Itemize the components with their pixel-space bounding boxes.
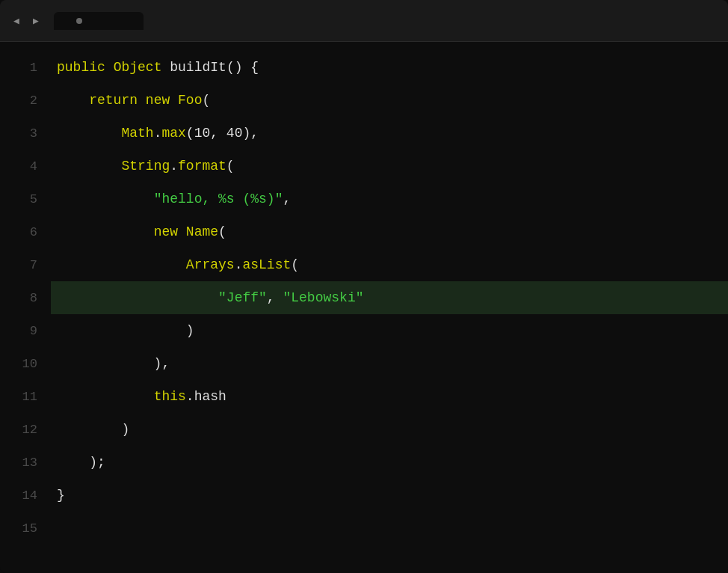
code-token: Math: [121, 126, 153, 141]
line-number: 10: [0, 347, 51, 380]
code-token: "Jeff": [218, 290, 267, 305]
code-token: (: [218, 224, 226, 239]
code-line: [51, 512, 728, 545]
code-token: .: [170, 159, 178, 174]
line-number: 7: [0, 248, 51, 281]
line-number: 13: [0, 446, 51, 479]
code-token: [57, 126, 121, 141]
code-line: Math.max(10, 40),: [51, 117, 728, 150]
code-line: public Object buildIt() {: [51, 51, 728, 84]
line-number: 9: [0, 314, 51, 347]
code-token: [57, 389, 154, 404]
code-line: this.hash: [51, 380, 728, 413]
code-token: ,: [267, 290, 283, 305]
code-token: .hash: [186, 389, 226, 404]
tab-modified-dot: [76, 18, 82, 24]
code-token: (: [291, 257, 299, 272]
line-number: 1: [0, 51, 51, 84]
code-token: ,: [283, 191, 291, 206]
code-token: asList: [242, 257, 291, 272]
code-token: Foo: [178, 93, 202, 108]
line-numbers-gutter: 123456789101112131415: [0, 42, 51, 573]
forward-arrow-button[interactable]: ▶: [28, 13, 43, 28]
code-token: .: [154, 126, 162, 141]
line-number: 11: [0, 380, 51, 413]
code-line: new Name(: [51, 215, 728, 248]
line-number: 6: [0, 215, 51, 248]
line-number: 5: [0, 183, 51, 215]
code-token: max: [161, 126, 185, 141]
title-bar: ◀ ▶: [0, 0, 728, 42]
line-number: 14: [0, 479, 51, 512]
line-number: 3: [0, 117, 51, 150]
code-line: ),: [51, 347, 728, 380]
code-area[interactable]: public Object buildIt() { return new Foo…: [51, 42, 728, 573]
code-line: ): [51, 314, 728, 347]
code-token: public: [57, 60, 114, 75]
line-number: 15: [0, 512, 51, 545]
code-token: (10, 40),: [186, 126, 259, 141]
code-token: () {: [226, 60, 259, 75]
code-token: String: [121, 159, 170, 174]
code-line: }: [51, 479, 728, 512]
code-token: [57, 224, 154, 239]
editor-body: 123456789101112131415 public Object buil…: [0, 42, 728, 573]
back-arrow-button[interactable]: ◀: [9, 13, 24, 28]
code-token: new: [146, 93, 178, 108]
code-token: ): [57, 422, 129, 437]
code-token: ): [57, 323, 194, 338]
code-token: Name: [186, 224, 218, 239]
nav-arrows: ◀ ▶: [9, 13, 43, 28]
code-line: "hello, %s (%s)",: [51, 183, 728, 215]
code-token: new: [154, 224, 186, 239]
code-line: ): [51, 413, 728, 446]
code-token: (: [202, 93, 210, 108]
code-token: [57, 257, 186, 272]
code-token: [57, 159, 121, 174]
code-token: return: [57, 93, 146, 108]
line-number: 2: [0, 84, 51, 117]
code-line: );: [51, 446, 728, 479]
code-line: return new Foo(: [51, 84, 728, 117]
code-token: [57, 191, 154, 206]
code-token: Object: [114, 60, 170, 75]
code-token: );: [57, 455, 105, 470]
code-token: "Lebowski": [283, 290, 363, 305]
code-token: [57, 290, 218, 305]
code-token: Arrays: [186, 257, 235, 272]
code-token: format: [178, 159, 226, 174]
code-line: Arrays.asList(: [51, 248, 728, 281]
code-token: }: [57, 488, 65, 503]
code-line: "Jeff", "Lebowski": [51, 281, 728, 314]
code-token: buildIt: [170, 60, 226, 75]
editor-tab[interactable]: [54, 12, 144, 30]
line-number: 4: [0, 150, 51, 183]
code-token: "hello, %s (%s)": [154, 191, 283, 206]
code-line: String.format(: [51, 150, 728, 183]
editor-window: ◀ ▶ 123456789101112131415 public Object …: [0, 0, 728, 573]
line-number: 8: [0, 281, 51, 314]
code-token: .: [235, 257, 243, 272]
code-token: this: [154, 389, 186, 404]
line-number: 12: [0, 413, 51, 446]
code-token: ),: [57, 356, 170, 371]
code-token: (: [226, 159, 235, 174]
